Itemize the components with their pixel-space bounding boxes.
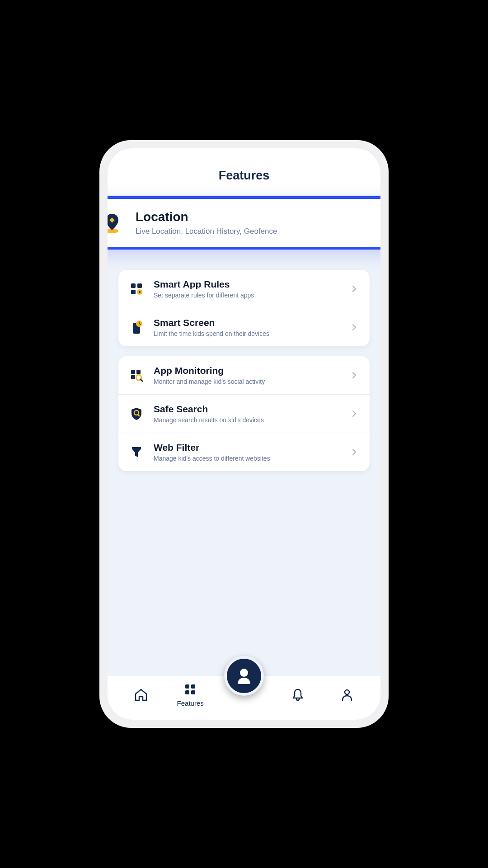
page-header: Features — [108, 148, 380, 195]
feature-title: Smart App Rules — [154, 279, 340, 290]
grid-search-icon — [129, 368, 144, 382]
chevron-right-icon — [350, 371, 359, 380]
phone-frame: Features Location Live Location, Locatio… — [99, 140, 389, 728]
nav-home[interactable] — [125, 688, 157, 702]
svg-point-0 — [108, 229, 118, 233]
svg-rect-11 — [131, 375, 135, 379]
phone-screen: Features Location Live Location, Locatio… — [108, 148, 380, 720]
person-icon — [340, 688, 354, 702]
feature-web-filter[interactable]: Web Filter Manage kid's access to differ… — [118, 433, 370, 471]
feature-smart-app-rules[interactable]: Smart App Rules Set separate rules for d… — [118, 270, 370, 308]
feature-subtitle: Set separate rules for different apps — [154, 292, 340, 299]
feature-title: Location — [136, 210, 365, 224]
feature-subtitle: Manage search results on kid's devices — [154, 416, 340, 424]
feature-subtitle: Manage kid's access to different website… — [154, 455, 340, 462]
svg-point-6 — [139, 291, 141, 293]
grid-gear-icon — [129, 282, 144, 296]
feature-app-monitoring[interactable]: App Monitoring Monitor and manage kid's … — [118, 356, 370, 395]
nav-profile[interactable] — [331, 688, 363, 702]
location-pin-icon — [108, 212, 123, 234]
chevron-right-icon — [350, 284, 359, 293]
svg-line-13 — [141, 379, 142, 381]
feature-title: Smart Screen — [154, 317, 340, 328]
chevron-right-icon — [378, 218, 380, 227]
feature-smart-screen[interactable]: Smart Screen Limit the time kids spend o… — [118, 308, 370, 346]
feature-title: App Monitoring — [154, 365, 340, 376]
feature-subtitle: Monitor and manage kid's social activity — [154, 378, 340, 385]
svg-rect-9 — [131, 370, 135, 374]
svg-rect-17 — [185, 684, 189, 689]
feature-title: Web Filter — [154, 442, 340, 453]
svg-rect-4 — [131, 290, 136, 294]
feature-group-2: App Monitoring Monitor and manage kid's … — [118, 356, 370, 471]
feature-subtitle: Live Location, Location History, Geofenc… — [136, 227, 365, 236]
phone-clock-icon — [129, 320, 144, 335]
bell-icon — [291, 688, 305, 702]
home-icon — [134, 688, 148, 702]
feature-text: Location Live Location, Location History… — [136, 210, 365, 236]
nav-label: Features — [177, 699, 204, 707]
content-area: Location Live Location, Location History… — [108, 195, 380, 676]
feature-text: Smart App Rules Set separate rules for d… — [154, 279, 340, 299]
feature-subtitle: Limit the time kids spend on their devic… — [154, 330, 340, 337]
feature-safe-search[interactable]: Safe Search Manage search results on kid… — [118, 395, 370, 433]
feature-title: Safe Search — [154, 404, 340, 415]
chevron-right-icon — [350, 448, 359, 457]
feature-text: App Monitoring Monitor and manage kid's … — [154, 365, 340, 385]
svg-point-16 — [240, 669, 248, 677]
svg-rect-18 — [191, 684, 195, 689]
person-filled-icon — [233, 665, 255, 687]
svg-rect-19 — [185, 690, 189, 694]
nav-features[interactable]: Features — [174, 682, 206, 707]
svg-rect-10 — [136, 370, 141, 374]
shield-search-icon — [129, 406, 144, 421]
chevron-right-icon — [350, 323, 359, 332]
feature-location[interactable]: Location Live Location, Location History… — [108, 199, 380, 247]
feature-text: Safe Search Manage search results on kid… — [154, 404, 340, 424]
nav-notifications[interactable] — [282, 688, 314, 702]
feature-text: Smart Screen Limit the time kids spend o… — [154, 317, 340, 337]
chevron-right-icon — [350, 409, 359, 418]
page-title: Features — [108, 169, 380, 183]
bottom-navigation: Features — [108, 676, 380, 720]
feature-text: Web Filter Manage kid's access to differ… — [154, 442, 340, 462]
nav-avatar-button[interactable] — [224, 656, 264, 696]
funnel-icon — [129, 445, 144, 459]
svg-point-21 — [345, 690, 349, 694]
svg-rect-3 — [137, 283, 142, 288]
grid-icon — [183, 682, 197, 697]
svg-rect-2 — [131, 283, 136, 288]
svg-rect-20 — [191, 690, 195, 694]
feature-group-1: Smart App Rules Set separate rules for d… — [118, 270, 370, 346]
